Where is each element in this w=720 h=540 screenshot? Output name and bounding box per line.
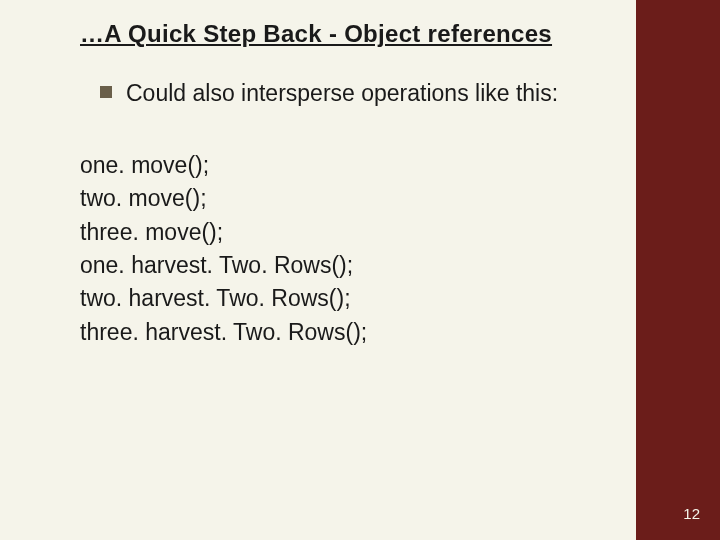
slide: …A Quick Step Back - Object references C… — [0, 0, 720, 540]
code-line: three. harvest. Two. Rows(); — [80, 316, 606, 349]
code-line: three. move(); — [80, 216, 606, 249]
content-area: …A Quick Step Back - Object references C… — [0, 0, 636, 540]
page-number: 12 — [683, 505, 700, 522]
code-line: two. move(); — [80, 182, 606, 215]
slide-title: …A Quick Step Back - Object references — [80, 20, 606, 48]
code-line: one. harvest. Two. Rows(); — [80, 249, 606, 282]
code-line: one. move(); — [80, 149, 606, 182]
bullet-text: Could also intersperse operations like t… — [126, 78, 558, 109]
bullet-row: Could also intersperse operations like t… — [100, 78, 606, 109]
code-line: two. harvest. Two. Rows(); — [80, 282, 606, 315]
square-bullet-icon — [100, 86, 112, 98]
code-block: one. move(); two. move(); three. move();… — [80, 149, 606, 349]
